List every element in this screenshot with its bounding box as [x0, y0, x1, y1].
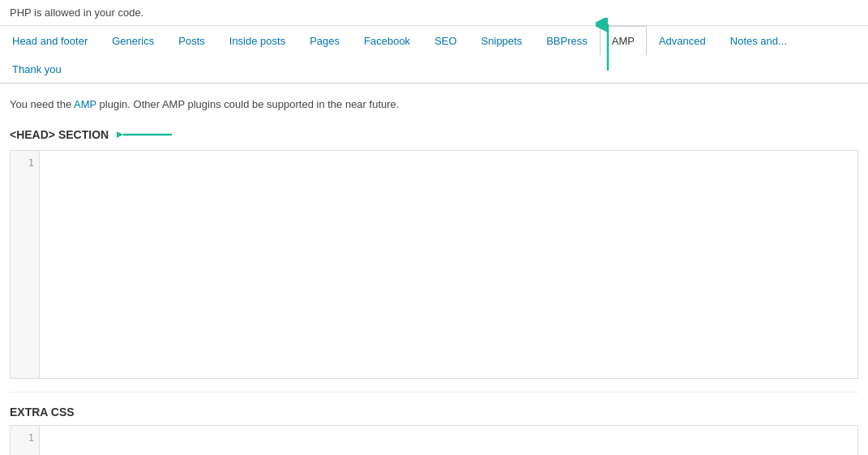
tab-advanced[interactable]: Advanced — [647, 26, 718, 55]
tab-pages[interactable]: Pages — [297, 26, 352, 55]
tab-facebook[interactable]: Facebook — [352, 26, 422, 55]
extra-css-editor[interactable]: 1 — [10, 425, 858, 456]
tab-snippets[interactable]: Snippets — [469, 26, 535, 55]
extra-css-line-numbers: 1 — [11, 426, 40, 456]
tabs-wrapper: Head and footerGenericsPostsInside posts… — [0, 26, 868, 84]
tab-posts[interactable]: Posts — [166, 26, 217, 55]
code-content[interactable] — [40, 151, 857, 378]
info-text: You need the AMP plugin. Other AMP plugi… — [10, 97, 858, 113]
section-arrow-icon — [117, 126, 173, 144]
tab-head-footer[interactable]: Head and footer — [0, 26, 100, 55]
tab-amp[interactable]: AMP — [600, 26, 647, 55]
tab-seo[interactable]: SEO — [422, 26, 468, 55]
head-section-label: <HEAD> SECTION — [10, 126, 858, 144]
content-area: You need the AMP plugin. Other AMP plugi… — [0, 84, 868, 455]
tab-inside-posts[interactable]: Inside posts — [217, 26, 297, 55]
tabs-container: Head and footerGenericsPostsInside posts… — [0, 26, 868, 84]
line-numbers: 1 — [11, 151, 40, 378]
tab-notes[interactable]: Notes and... — [718, 26, 799, 55]
amp-link[interactable]: AMP — [74, 98, 96, 110]
tab-generics[interactable]: Generics — [100, 26, 166, 55]
top-notice: PHP is allowed in your code. — [0, 0, 868, 26]
section-divider — [10, 392, 858, 393]
tab-thank-you[interactable]: Thank you — [0, 54, 74, 84]
head-section-editor[interactable]: 1 — [10, 150, 858, 379]
extra-css-label: EXTRA CSS — [10, 406, 858, 419]
extra-css-content[interactable] — [40, 426, 857, 456]
tab-bbpress[interactable]: BBPress — [534, 26, 600, 55]
